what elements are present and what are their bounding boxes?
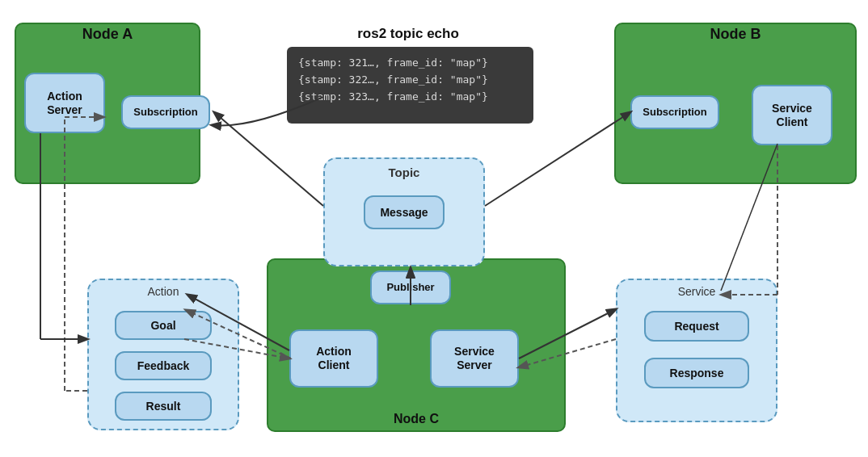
action-server: Action Server (24, 73, 105, 133)
svg-line-0 (214, 112, 323, 206)
action-label: Action (89, 285, 238, 298)
topic-container: Topic Message (323, 157, 485, 266)
terminal-line-3: {stamp: 323…, frame_id: "map"} (298, 89, 522, 106)
topic-label: Topic (325, 166, 483, 179)
response: Response (644, 358, 749, 388)
service-container: Service Request Response (616, 279, 777, 422)
node-b-label: Node B (614, 26, 857, 43)
action-client: Action Client (289, 329, 378, 388)
action-container: Action Goal Feedback Result (87, 279, 239, 430)
node-a-label: Node A (15, 26, 200, 43)
service-client: Service Client (752, 85, 832, 145)
service-label: Service (617, 285, 776, 298)
request: Request (644, 311, 749, 342)
subscription-b: Subscription (630, 95, 719, 129)
publisher: Publisher (370, 270, 451, 304)
feedback: Feedback (115, 351, 212, 380)
service-server: Service Server (430, 329, 519, 388)
subscription-a: Subscription (121, 95, 210, 129)
terminal-title: ros2 topic echo (295, 26, 521, 42)
message: Message (364, 195, 445, 229)
goal: Goal (115, 311, 212, 340)
terminal-line-2: {stamp: 322…, frame_id: "map"} (298, 72, 522, 89)
node-c-label: Node C (267, 412, 566, 426)
terminal: {stamp: 321…, frame_id: "map"} {stamp: 3… (287, 47, 533, 124)
result: Result (115, 392, 212, 421)
terminal-line-1: {stamp: 321…, frame_id: "map"} (298, 55, 522, 72)
diagram: Node A Action Server Subscription Node B… (0, 0, 868, 457)
svg-line-1 (485, 112, 630, 206)
